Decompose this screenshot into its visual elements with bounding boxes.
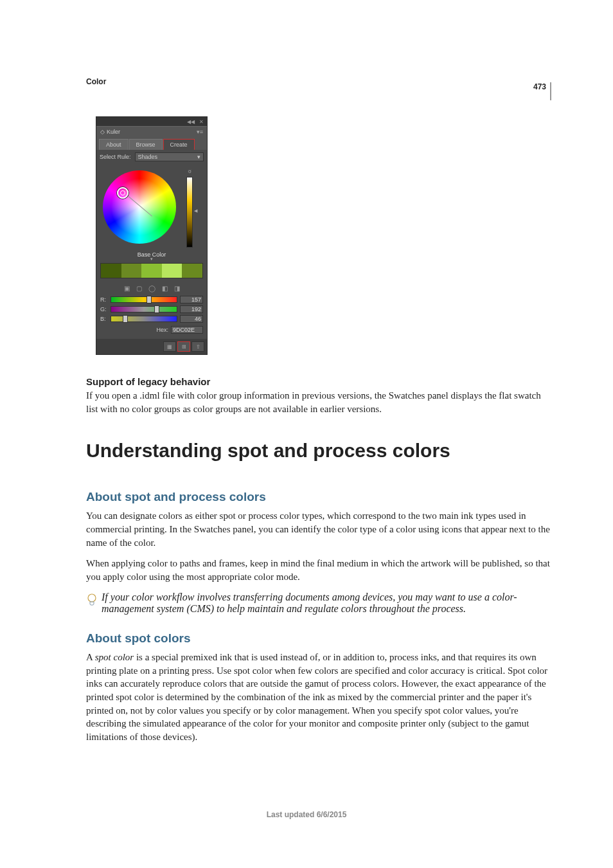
rgb-slider-b[interactable]: .rgb-row:nth-child(3) .sl::after{left:18… xyxy=(111,316,177,322)
mode-icons: ▣ ▢ ◯ ◧ ◨ xyxy=(96,282,207,296)
rgb-row-b: B: .rgb-row:nth-child(3) .sl::after{left… xyxy=(100,315,203,323)
panel-title-bar: ◇ Kuler ▾≡ xyxy=(96,126,207,137)
panel-footer: ▦ ⊞ ⇪ xyxy=(96,339,207,354)
mode-icon[interactable]: ▣ xyxy=(124,285,130,292)
rgb-input-r[interactable] xyxy=(180,296,203,303)
about-spot-heading: About spot colors xyxy=(86,631,551,646)
panel-chrome: ◀◀ ✕ xyxy=(96,117,207,126)
upload-icon[interactable]: ⇪ xyxy=(191,341,204,352)
tab-browse[interactable]: Browse xyxy=(129,139,163,150)
tip-block: If your color workflow involves transfer… xyxy=(86,592,551,615)
rgb-label: G: xyxy=(100,306,108,312)
kuler-panel: ◀◀ ✕ ◇ Kuler ▾≡ About Browse Create Sele… xyxy=(96,117,207,354)
select-rule-dropdown[interactable]: Shades ▾ xyxy=(135,152,204,161)
color-swatch[interactable] xyxy=(141,264,162,278)
about-both-p2: When applying color to paths and frames,… xyxy=(86,557,551,583)
rgb-slider-r[interactable]: .rgb-row:nth-child(1) .sl::after{left:54… xyxy=(111,296,177,303)
mode-icon[interactable]: ◨ xyxy=(174,285,180,292)
chevron-down-icon: ▾ xyxy=(197,154,200,160)
last-updated: Last updated 6/6/2015 xyxy=(0,810,613,819)
color-swatch[interactable] xyxy=(162,264,182,278)
color-swatch[interactable] xyxy=(121,264,142,278)
main-heading: Understanding spot and process colors xyxy=(86,440,551,462)
tab-create[interactable]: Create xyxy=(163,139,195,150)
mode-icon[interactable]: ▢ xyxy=(136,285,142,292)
mode-icon[interactable]: ◯ xyxy=(148,285,155,292)
hex-label: Hex: xyxy=(156,327,168,333)
panel-title: Kuler xyxy=(107,129,120,135)
select-rule-value: Shades xyxy=(138,154,158,160)
color-wheel[interactable] xyxy=(100,168,184,248)
tip-text: If your color workflow involves transfer… xyxy=(102,592,551,615)
brightness-slider[interactable] xyxy=(186,177,193,248)
rgb-sliders: R: .rgb-row:nth-child(1) .sl::after{left… xyxy=(96,296,207,323)
color-swatch[interactable] xyxy=(182,264,202,278)
rgb-row-r: R: .rgb-row:nth-child(1) .sl::after{left… xyxy=(100,296,203,303)
color-marker[interactable] xyxy=(117,187,129,199)
rgb-input-b[interactable] xyxy=(180,315,203,323)
legacy-heading: Support of legacy behavior xyxy=(86,376,551,387)
swatch-row xyxy=(100,263,203,278)
collapse-icon[interactable]: ◀◀ xyxy=(188,118,194,125)
about-both-heading: About spot and process colors xyxy=(86,490,551,504)
color-wheel-area: ☼ xyxy=(96,164,207,250)
color-swatch[interactable] xyxy=(101,264,121,278)
rgb-label: R: xyxy=(100,296,108,303)
panel-menu-icon[interactable]: ▾≡ xyxy=(197,129,203,135)
tab-about[interactable]: About xyxy=(99,139,129,150)
hex-row: Hex: xyxy=(96,325,207,339)
close-icon[interactable]: ✕ xyxy=(198,118,204,125)
legacy-body: If you open a .idml file with color grou… xyxy=(86,389,551,415)
about-spot-p1: A spot color is a special premixed ink t… xyxy=(86,651,551,744)
add-swatches-icon[interactable]: ⊞ xyxy=(177,341,190,352)
save-theme-icon[interactable]: ▦ xyxy=(163,341,176,352)
select-rule-label: Select Rule: xyxy=(100,154,131,160)
page: 473 Color ◀◀ ✕ ◇ Kuler ▾≡ About Browse C… xyxy=(0,0,613,868)
about-both-p1: You can designate colors as either spot … xyxy=(86,509,551,549)
page-number: 473 xyxy=(533,82,551,100)
rgb-slider-g[interactable]: .rgb-row:nth-child(2) .sl::after{left:66… xyxy=(111,306,177,312)
svg-point-0 xyxy=(88,594,96,602)
panel-title-icon: ◇ xyxy=(100,129,105,135)
rgb-input-g[interactable] xyxy=(180,305,203,313)
rgb-row-g: G: .rgb-row:nth-child(2) .sl::after{left… xyxy=(100,305,203,313)
kuler-tabs: About Browse Create xyxy=(96,137,207,150)
mode-icon[interactable]: ◧ xyxy=(162,285,168,292)
brightness-icon: ☼ xyxy=(186,168,193,174)
select-rule-row: Select Rule: Shades ▾ xyxy=(96,150,207,164)
base-color-label: Base Color xyxy=(96,250,207,263)
lightbulb-icon xyxy=(86,593,98,607)
rgb-label: B: xyxy=(100,316,108,322)
chapter-header: Color xyxy=(86,77,551,86)
hex-input[interactable] xyxy=(171,326,203,334)
